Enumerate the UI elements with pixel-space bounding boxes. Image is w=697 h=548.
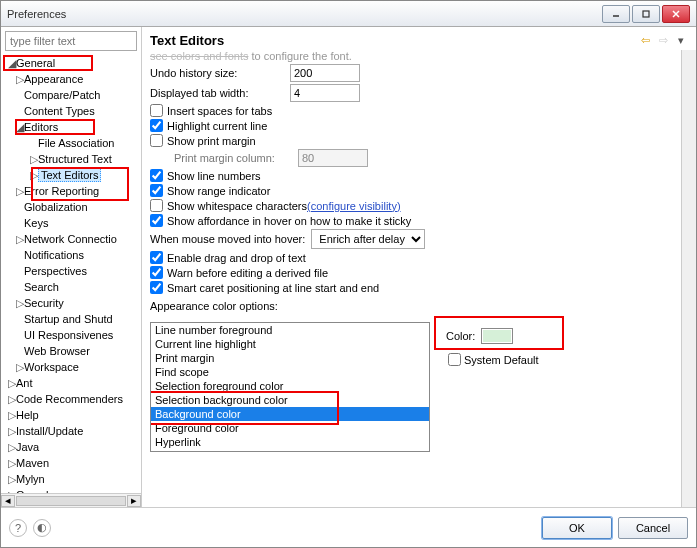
pmc-label: Print margin column: [174, 152, 298, 164]
tabwidth-label: Displayed tab width: [150, 87, 290, 99]
tree-ant[interactable]: ▷Ant [1, 375, 141, 391]
maximize-button[interactable] [632, 5, 660, 23]
tree-workspace[interactable]: ▷Workspace [1, 359, 141, 375]
sidebar-hscroll[interactable]: ◂ ▸ [1, 493, 141, 507]
import-export-icon[interactable]: ◐ [33, 519, 51, 537]
preferences-window: Preferences ◢General ▷Appearance Compare… [0, 0, 697, 548]
cancel-button[interactable]: Cancel [618, 517, 688, 539]
list-item[interactable]: Foreground color [151, 421, 429, 435]
affordance-checkbox[interactable] [150, 214, 163, 227]
ok-button[interactable]: OK [542, 517, 612, 539]
whitespace-checkbox[interactable] [150, 199, 163, 212]
tree-contenttypes[interactable]: Content Types [1, 103, 141, 119]
tree-mylyn[interactable]: ▷Mylyn [1, 471, 141, 487]
list-item[interactable]: Line number foreground [151, 323, 429, 337]
main-panel: Text Editors ⇦ ⇨ ▾ see colors and fonts … [142, 27, 696, 507]
tree-webbrowser[interactable]: Web Browser [1, 343, 141, 359]
tree-java[interactable]: ▷Java [1, 439, 141, 455]
tree-help[interactable]: ▷Help [1, 407, 141, 423]
tree-general[interactable]: ◢General [1, 55, 141, 71]
tree-errorrep[interactable]: ▷Error Reporting [1, 183, 141, 199]
rangeind-label: Show range indicator [167, 185, 270, 197]
filter-input[interactable] [5, 31, 137, 51]
hover-combo[interactable]: Enrich after delay [311, 229, 425, 249]
smartcaret-checkbox[interactable] [150, 281, 163, 294]
back-icon[interactable]: ⇦ [638, 34, 652, 48]
tree-coderec[interactable]: ▷Code Recommenders [1, 391, 141, 407]
list-item[interactable]: Selection background color [151, 393, 429, 407]
tree-install[interactable]: ▷Install/Update [1, 423, 141, 439]
svg-rect-1 [643, 11, 649, 17]
tree-texteditors[interactable]: ▷Text Editors [1, 167, 141, 183]
tree-fileassoc[interactable]: File Association [1, 135, 141, 151]
list-item[interactable]: Find scope [151, 365, 429, 379]
highlight-checkbox[interactable] [150, 119, 163, 132]
tree-notifications[interactable]: Notifications [1, 247, 141, 263]
help-icon[interactable]: ? [9, 519, 27, 537]
list-item[interactable]: Print margin [151, 351, 429, 365]
footer: ? ◐ OK Cancel [1, 507, 696, 547]
insert-spaces-label: Insert spaces for tabs [167, 105, 272, 117]
hover-label: When mouse moved into hover: [150, 233, 305, 245]
linenum-label: Show line numbers [167, 170, 261, 182]
printmargin-label: Show print margin [167, 135, 256, 147]
dialog-body: ◢General ▷Appearance Compare/Patch Conte… [1, 27, 696, 507]
tabwidth-input[interactable] [290, 84, 360, 102]
color-swatch-button[interactable] [481, 328, 513, 344]
dropdown-icon[interactable]: ▾ [674, 34, 688, 48]
whitespace-label: Show whitespace characters [167, 200, 307, 212]
preference-tree: ◢General ▷Appearance Compare/Patch Conte… [1, 55, 141, 493]
color-label: Color: [446, 330, 475, 342]
tree-uiresp[interactable]: UI Responsivenes [1, 327, 141, 343]
tree-editors[interactable]: ◢Editors [1, 119, 141, 135]
page-title: Text Editors [150, 33, 638, 48]
minimize-button[interactable] [602, 5, 630, 23]
list-item[interactable]: Current line highlight [151, 337, 429, 351]
color-panel: Color: System Default [440, 322, 539, 369]
tree-globalization[interactable]: Globalization [1, 199, 141, 215]
linenum-checkbox[interactable] [150, 169, 163, 182]
rangeind-checkbox[interactable] [150, 184, 163, 197]
system-default-checkbox[interactable] [448, 353, 461, 366]
tree-search[interactable]: Search [1, 279, 141, 295]
insert-spaces-checkbox[interactable] [150, 104, 163, 117]
printmargin-checkbox[interactable] [150, 134, 163, 147]
tree-scroll[interactable]: ◢General ▷Appearance Compare/Patch Conte… [1, 55, 141, 493]
appearance-listbox[interactable]: Line number foreground Current line high… [150, 322, 430, 452]
tree-appearance[interactable]: ▷Appearance [1, 71, 141, 87]
tree-maven[interactable]: ▷Maven [1, 455, 141, 471]
tree-netconn[interactable]: ▷Network Connectio [1, 231, 141, 247]
smartcaret-label: Smart caret positioning at line start an… [167, 282, 379, 294]
list-item[interactable]: Selection foreground color [151, 379, 429, 393]
dragdrop-label: Enable drag and drop of text [167, 252, 306, 264]
tree-keys[interactable]: Keys [1, 215, 141, 231]
warn-derived-checkbox[interactable] [150, 266, 163, 279]
scroll-thumb[interactable] [16, 496, 126, 506]
system-default-label: System Default [464, 354, 539, 366]
tree-security[interactable]: ▷Security [1, 295, 141, 311]
tree-oomph[interactable]: ▷Oomph [1, 487, 141, 493]
page-content: see colors and fonts to configure the fo… [142, 50, 681, 507]
list-item-selected[interactable]: Background color [151, 407, 429, 421]
undo-input[interactable] [290, 64, 360, 82]
tree-compare[interactable]: Compare/Patch [1, 87, 141, 103]
dragdrop-checkbox[interactable] [150, 251, 163, 264]
tree-startup[interactable]: Startup and Shutd [1, 311, 141, 327]
affordance-label: Show affordance in hover on how to make … [167, 215, 411, 227]
content-vscroll[interactable] [681, 50, 696, 507]
close-button[interactable] [662, 5, 690, 23]
configure-visibility-link[interactable]: (configure visibility) [307, 200, 401, 212]
window-controls [602, 5, 690, 23]
font-hint: see colors and fonts to configure the fo… [150, 50, 673, 62]
window-title: Preferences [7, 8, 602, 20]
list-item[interactable]: Hyperlink [151, 435, 429, 449]
tree-structured[interactable]: ▷Structured Text [1, 151, 141, 167]
scroll-left-icon[interactable]: ◂ [1, 495, 15, 507]
forward-icon[interactable]: ⇨ [656, 34, 670, 48]
undo-label: Undo history size: [150, 67, 290, 79]
titlebar: Preferences [1, 1, 696, 27]
scroll-right-icon[interactable]: ▸ [127, 495, 141, 507]
tree-perspectives[interactable]: Perspectives [1, 263, 141, 279]
highlight-label: Highlight current line [167, 120, 267, 132]
sidebar: ◢General ▷Appearance Compare/Patch Conte… [1, 27, 142, 507]
